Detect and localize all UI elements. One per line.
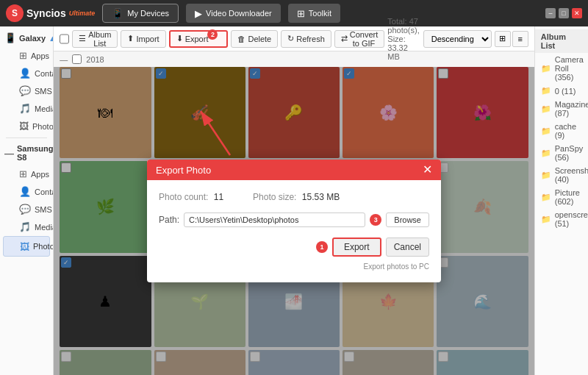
browse-btn[interactable]: Browse	[386, 213, 429, 227]
galaxy-device-icon: 📱	[4, 32, 16, 43]
folder-icon: 📁	[541, 64, 551, 74]
toolkit-icon: ⊞	[297, 8, 305, 19]
sidebar-item-galaxy-apps[interactable]: ⊞ Apps	[3, 47, 50, 64]
photo-count-info: Photo count: 11	[159, 192, 223, 202]
modal-header: Export Photo ✕	[147, 160, 441, 180]
media-icon-s: 🎵	[19, 221, 31, 232]
modal-actions: 1 Export Cancel	[159, 235, 429, 260]
sms-icon: 💬	[19, 85, 31, 96]
galaxy-sync-icon: ▲	[49, 34, 54, 43]
photo-count-label: Photo count:	[159, 192, 208, 202]
sort-dropdown[interactable]: Descending	[423, 30, 492, 48]
modal-export-btn[interactable]: Export	[332, 238, 381, 257]
sidebar-item-samsung-sms[interactable]: 💬 SMS	[3, 201, 50, 218]
year-row: — 2018	[54, 51, 534, 67]
export-badge: 2	[207, 29, 218, 40]
toolbar: ☰ Album List ⬆ Import ⬇ Export 2 🗑 Delet…	[54, 26, 534, 51]
logo-icon: S	[6, 4, 24, 22]
sidebar-item-galaxy-media[interactable]: 🎵 Media	[3, 100, 50, 117]
year-checkbox[interactable]	[72, 54, 82, 64]
photo-count-value: 11	[214, 192, 223, 202]
modal-overlay: Export Photo ✕ Photo count: 11 Photo siz…	[54, 67, 534, 375]
folder-icon: 📁	[541, 193, 551, 202]
video-downloader-btn[interactable]: ▶ Video Downloader	[186, 4, 281, 23]
import-icon: ⬆	[127, 34, 134, 43]
year-label: 2018	[86, 55, 104, 64]
folder-icon: 📁	[541, 86, 551, 96]
media-icon: 🎵	[19, 103, 31, 114]
app-name: Syncios	[26, 7, 66, 19]
list-view-btn[interactable]: ≡	[512, 31, 528, 47]
photo-size-label: Photo size:	[253, 192, 296, 202]
export-btn[interactable]: ⬇ Export 2	[169, 30, 229, 48]
path-input[interactable]	[184, 213, 365, 227]
dash-separator: —	[60, 55, 68, 64]
album-panel: Album List 📁 Camera Roll (356) 📁 0 (11) …	[534, 26, 588, 375]
gif-icon: ⇄	[341, 34, 348, 43]
sidebar: 📱 Galaxy ▲ ⊞ Apps 👤 Contacts 💬 SMS 🎵 Med…	[0, 26, 54, 375]
modal-cancel-btn[interactable]: Cancel	[386, 238, 429, 257]
content-area: ☰ Album List ⬆ Import ⬇ Export 2 🗑 Delet…	[54, 26, 534, 375]
folder-icon: 📁	[541, 104, 551, 114]
album-item-openscreen[interactable]: 📁 openscreen (51)	[535, 208, 588, 230]
album-list-btn[interactable]: ☰ Album List	[72, 30, 118, 48]
photo-size-info: Photo size: 15.53 MB	[253, 192, 340, 202]
sms-icon-s: 💬	[19, 204, 31, 215]
album-item-cache[interactable]: 📁 cache (9)	[535, 120, 588, 142]
sidebar-item-galaxy-photos[interactable]: 🖼 Photos	[3, 118, 50, 135]
photos-icon-g: 🖼	[19, 121, 29, 132]
modal-info-row: Photo count: 11 Photo size: 15.53 MB	[159, 192, 429, 202]
app-logo: S Syncios Ultimate	[6, 4, 95, 22]
grid-view-btn[interactable]: ⊞	[495, 31, 511, 47]
export-num-badge: 1	[316, 241, 328, 253]
modal-path-row: Path: 3 Browse	[159, 213, 429, 227]
photo-area: 🍽 🎻 ✓ 🔑 ✓ 🌸 ✓ 🌺	[54, 67, 534, 375]
apps-icon-s: ⊞	[19, 168, 27, 179]
toolkit-btn[interactable]: ⊞ Toolkit	[288, 4, 340, 23]
sidebar-item-samsung-photos[interactable]: 🖼 Photos 1	[3, 236, 50, 257]
import-btn[interactable]: ⬆ Import	[121, 30, 165, 48]
sidebar-item-samsung-media[interactable]: 🎵 Media	[3, 218, 50, 235]
apps-icon: ⊞	[19, 50, 27, 61]
refresh-btn[interactable]: ↻ Refresh	[281, 30, 331, 48]
album-item-panspy[interactable]: 📁 PanSpy (56)	[535, 142, 588, 164]
sidebar-item-samsung-contacts[interactable]: 👤 Contacts	[3, 183, 50, 200]
close-btn[interactable]: ✕	[572, 8, 582, 18]
convert-gif-btn[interactable]: ⇄ Convert to GIF	[334, 30, 385, 48]
album-panel-title: Album List	[535, 29, 588, 53]
devices-icon: 📱	[112, 8, 123, 19]
topbar: S Syncios Ultimate 📱 My Devices ▶ Video …	[0, 0, 588, 26]
sidebar-item-samsung-apps[interactable]: ⊞ Apps	[3, 165, 50, 182]
delete-icon: 🗑	[237, 35, 245, 43]
album-item-0[interactable]: 📁 0 (11)	[535, 84, 588, 98]
sidebar-item-galaxy-sms[interactable]: 💬 SMS	[3, 82, 50, 99]
album-item-screenshots[interactable]: 📁 Screenshots (40)	[535, 164, 588, 186]
photo-size-value: 15.53 MB	[302, 192, 340, 202]
app-badge: Ultimate	[69, 10, 96, 17]
select-all-checkbox[interactable]	[60, 34, 69, 44]
album-item-magazine[interactable]: 📁 MagazineUnlock (87)	[535, 98, 588, 120]
photos-icon-s: 🖼	[20, 241, 29, 252]
album-item-picture[interactable]: 📁 Picture (602)	[535, 186, 588, 208]
sidebar-device-galaxy[interactable]: 📱 Galaxy ▲	[0, 29, 53, 46]
export-icon: ⬇	[176, 34, 183, 43]
sidebar-item-galaxy-contacts[interactable]: 👤 Contacts	[3, 65, 50, 82]
album-item-camera-roll[interactable]: 📁 Camera Roll (356)	[535, 53, 588, 84]
folder-icon: 📁	[541, 126, 551, 136]
main-layout: 📱 Galaxy ▲ ⊞ Apps 👤 Contacts 💬 SMS 🎵 Med…	[0, 26, 588, 375]
folder-icon: 📁	[541, 215, 551, 224]
modal-title: Export Photo	[156, 165, 211, 176]
path-label: Path:	[159, 215, 179, 225]
path-badge: 3	[370, 214, 381, 226]
play-icon: ▶	[195, 8, 202, 19]
folder-icon: 📁	[541, 149, 551, 158]
maximize-btn[interactable]: □	[559, 8, 569, 18]
modal-close-btn[interactable]: ✕	[423, 164, 432, 176]
sidebar-divider	[6, 138, 47, 138]
delete-btn[interactable]: 🗑 Delete	[231, 30, 278, 48]
sidebar-device-samsung[interactable]: — Samsung S8 ▲	[0, 141, 53, 165]
export-modal: Export Photo ✕ Photo count: 11 Photo siz…	[147, 160, 441, 282]
my-devices-btn[interactable]: 📱 My Devices	[102, 4, 179, 23]
minimize-btn[interactable]: –	[545, 8, 556, 18]
contacts-icon: 👤	[19, 68, 31, 79]
